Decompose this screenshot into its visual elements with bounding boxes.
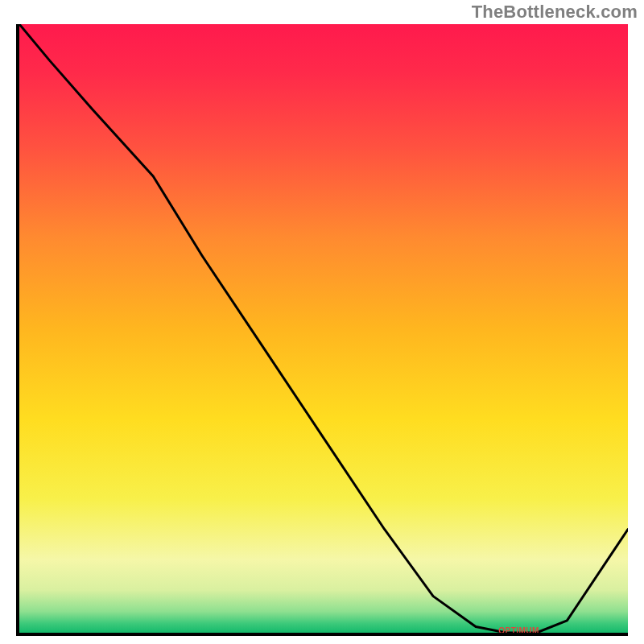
watermark-text: TheBottleneck.com (472, 2, 638, 23)
chart-stage: TheBottleneck.com OPTIMUM (0, 0, 644, 644)
plot-area: OPTIMUM (16, 24, 628, 636)
curve-line (19, 24, 628, 633)
optimum-marker: OPTIMUM (498, 626, 539, 635)
